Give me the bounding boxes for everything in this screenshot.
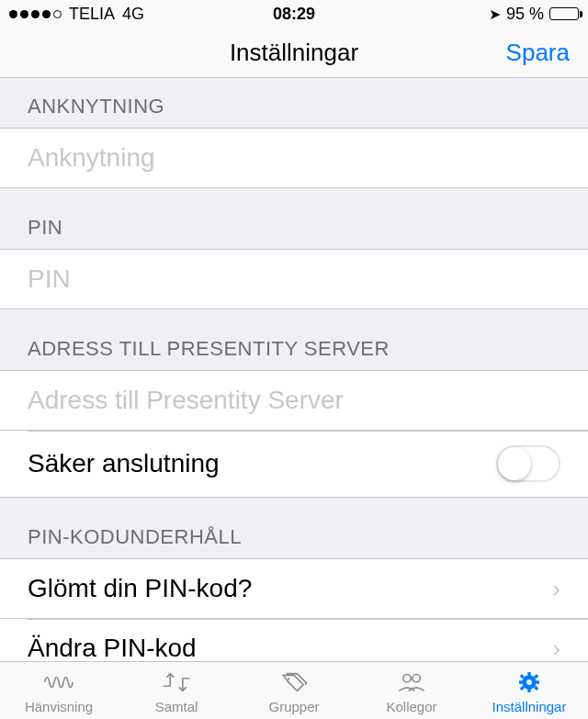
svg-point-0 (288, 678, 290, 680)
section-header-pin: PIN (0, 188, 588, 249)
anknytning-cell[interactable] (0, 128, 588, 188)
status-left: TELIA 4G (9, 5, 199, 24)
carrier-label: TELIA (69, 5, 115, 24)
chevron-right-icon: › (552, 575, 560, 603)
tags-icon (278, 668, 310, 697)
tab-bar: Hänvisning Samtal Grupper Kollegor Instä… (0, 661, 588, 719)
pin-cell[interactable] (0, 249, 588, 309)
svg-rect-8 (536, 680, 539, 683)
battery-icon (549, 7, 579, 20)
battery-pct-label: 95 % (506, 5, 544, 24)
tab-label: Hänvisning (25, 699, 93, 714)
tab-label: Grupper (268, 699, 319, 714)
signal-strength-icon (9, 10, 62, 18)
tab-label: Samtal (155, 699, 198, 714)
people-icon (396, 668, 427, 697)
tab-hanvisning[interactable]: Hänvisning (0, 662, 118, 719)
svg-rect-6 (527, 688, 530, 691)
secure-connection-cell: Säker anslutning (0, 430, 588, 498)
tab-label: Kollegor (386, 699, 436, 714)
tab-grupper[interactable]: Grupper (235, 662, 353, 719)
change-pin-label: Ändra PIN-kod (28, 634, 197, 661)
svg-rect-7 (519, 680, 523, 683)
server-address-input[interactable] (28, 386, 560, 415)
network-label: 4G (122, 5, 144, 24)
secure-connection-label: Säker anslutning (28, 449, 220, 478)
settings-content[interactable]: ANKNYTNING PIN ADRESS TILL PRESENTITY SE… (0, 78, 588, 661)
status-right: ➤ 95 % (389, 5, 579, 24)
svg-rect-5 (527, 671, 530, 675)
gear-icon (514, 668, 545, 697)
nav-bar: Inställningar Spara (0, 28, 588, 78)
clock-label: 08:29 (199, 5, 390, 24)
save-button[interactable]: Spara (506, 39, 570, 67)
forgot-pin-label: Glömt din PIN-kod? (28, 574, 252, 603)
server-address-cell[interactable] (0, 370, 588, 430)
arrows-icon (161, 668, 192, 697)
chevron-right-icon: › (552, 635, 560, 662)
section-header-anknytning: ANKNYTNING (0, 78, 588, 128)
svg-point-1 (403, 674, 412, 682)
section-header-pin-maint: PIN-KODUNDERHÅLL (0, 498, 588, 558)
tab-installningar[interactable]: Inställningar (470, 662, 588, 719)
anknytning-input[interactable] (28, 143, 560, 173)
status-bar: TELIA 4G 08:29 ➤ 95 % (0, 0, 588, 28)
change-pin-cell[interactable]: Ändra PIN-kod › (0, 618, 588, 661)
waveform-icon (43, 668, 74, 697)
tab-kollegor[interactable]: Kollegor (353, 662, 470, 719)
forgot-pin-cell[interactable]: Glömt din PIN-kod? › (0, 558, 588, 618)
page-title: Inställningar (230, 39, 358, 67)
pin-input[interactable] (28, 264, 560, 294)
tab-label: Inställningar (492, 699, 567, 714)
secure-connection-switch[interactable] (496, 445, 560, 482)
svg-point-2 (413, 674, 421, 682)
tab-samtal[interactable]: Samtal (118, 662, 235, 719)
section-header-server: ADRESS TILL PRESENTITY SERVER (0, 309, 588, 370)
location-icon: ➤ (489, 6, 501, 23)
svg-point-4 (526, 680, 532, 685)
